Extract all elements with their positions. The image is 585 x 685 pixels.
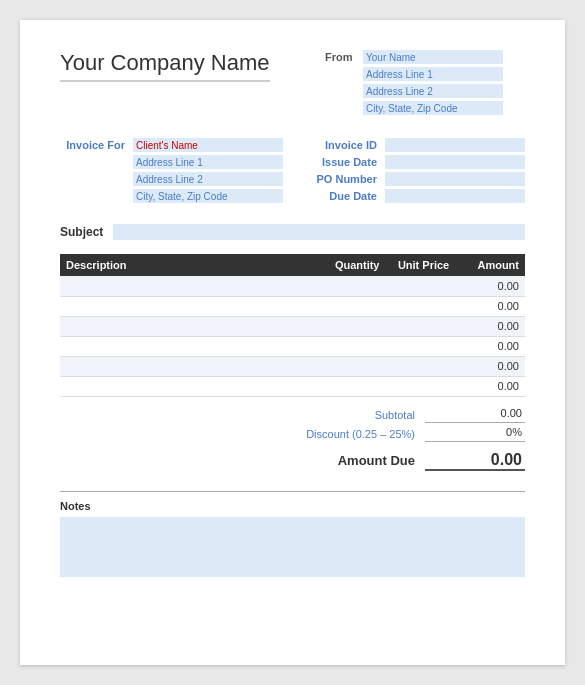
cell-amount: 0.00 xyxy=(455,336,525,356)
cell-quantity[interactable] xyxy=(316,296,386,316)
cell-description[interactable] xyxy=(60,376,316,396)
subject-section: Subject xyxy=(60,224,525,240)
cell-description[interactable] xyxy=(60,316,316,336)
table-row[interactable]: 0.00 xyxy=(60,336,525,356)
subject-field[interactable] xyxy=(113,224,525,240)
cell-unit-price[interactable] xyxy=(386,376,456,396)
cell-amount: 0.00 xyxy=(455,316,525,336)
table-row[interactable]: 0.00 xyxy=(60,296,525,316)
company-name[interactable]: Your Company Name xyxy=(60,50,270,82)
col-description: Description xyxy=(60,254,316,276)
invoice-id-field[interactable] xyxy=(385,138,525,152)
bill-section: Invoice For Client's Name Address Line 1… xyxy=(60,138,525,206)
from-label: From xyxy=(325,51,355,63)
col-quantity: Quantity xyxy=(316,254,386,276)
cell-unit-price[interactable] xyxy=(386,336,456,356)
cell-quantity[interactable] xyxy=(316,276,386,296)
from-address1-field[interactable]: Address Line 1 xyxy=(363,67,503,81)
client-city-field[interactable]: City, State, Zip Code xyxy=(133,189,283,203)
cell-unit-price[interactable] xyxy=(386,316,456,336)
cell-quantity[interactable] xyxy=(316,376,386,396)
cell-description[interactable] xyxy=(60,356,316,376)
client-name-field[interactable]: Client's Name xyxy=(133,138,283,152)
cell-amount: 0.00 xyxy=(455,296,525,316)
table-row[interactable]: 0.00 xyxy=(60,376,525,396)
cell-description[interactable] xyxy=(60,296,316,316)
issue-date-field[interactable] xyxy=(385,155,525,169)
po-number-field[interactable] xyxy=(385,172,525,186)
client-address2-field[interactable]: Address Line 2 xyxy=(133,172,283,186)
cell-quantity[interactable] xyxy=(316,356,386,376)
invoice-for-label: Invoice For xyxy=(60,139,125,151)
notes-label: Notes xyxy=(60,500,525,512)
table-row[interactable]: 0.00 xyxy=(60,276,525,296)
subtotal-label: Subtotal xyxy=(275,409,415,421)
amount-due-value: 0.00 xyxy=(425,451,525,471)
from-city-field[interactable]: City, State, Zip Code xyxy=(363,101,503,115)
cell-unit-price[interactable] xyxy=(386,356,456,376)
invoice-id-label: Invoice ID xyxy=(302,139,377,151)
subject-label: Subject xyxy=(60,225,103,239)
cell-description[interactable] xyxy=(60,276,316,296)
client-address1-field[interactable]: Address Line 1 xyxy=(133,155,283,169)
amount-due-label: Amount Due xyxy=(338,453,415,468)
table-row[interactable]: 0.00 xyxy=(60,316,525,336)
col-unit-price: Unit Price xyxy=(386,254,456,276)
due-date-label: Due Date xyxy=(302,190,377,202)
cell-amount: 0.00 xyxy=(455,276,525,296)
totals-section: Subtotal 0.00 Discount (0.25 – 25%) 0% A… xyxy=(60,407,525,471)
discount-value[interactable]: 0% xyxy=(425,426,525,442)
due-date-field[interactable] xyxy=(385,189,525,203)
po-number-label: PO Number xyxy=(302,173,377,185)
cell-unit-price[interactable] xyxy=(386,296,456,316)
col-amount: Amount xyxy=(455,254,525,276)
from-section: From Your Name Address Line 1 Address Li… xyxy=(325,50,525,118)
notes-section: Notes xyxy=(60,491,525,577)
subtotal-value: 0.00 xyxy=(425,407,525,423)
from-address2-field[interactable]: Address Line 2 xyxy=(363,84,503,98)
header-section: Your Company Name From Your Name Address… xyxy=(60,50,525,118)
cell-description[interactable] xyxy=(60,336,316,356)
invoice-table: Description Quantity Unit Price Amount 0… xyxy=(60,254,525,397)
cell-quantity[interactable] xyxy=(316,316,386,336)
notes-field[interactable] xyxy=(60,517,525,577)
invoice-details-section: Invoice ID Issue Date PO Number Due Date xyxy=(302,138,525,206)
table-row[interactable]: 0.00 xyxy=(60,356,525,376)
invoice-page: Your Company Name From Your Name Address… xyxy=(20,20,565,665)
cell-amount: 0.00 xyxy=(455,376,525,396)
invoice-for-section: Invoice For Client's Name Address Line 1… xyxy=(60,138,283,206)
from-name-field[interactable]: Your Name xyxy=(363,50,503,64)
issue-date-label: Issue Date xyxy=(302,156,377,168)
cell-amount: 0.00 xyxy=(455,356,525,376)
discount-label: Discount (0.25 – 25%) xyxy=(275,428,415,440)
cell-quantity[interactable] xyxy=(316,336,386,356)
cell-unit-price[interactable] xyxy=(386,276,456,296)
